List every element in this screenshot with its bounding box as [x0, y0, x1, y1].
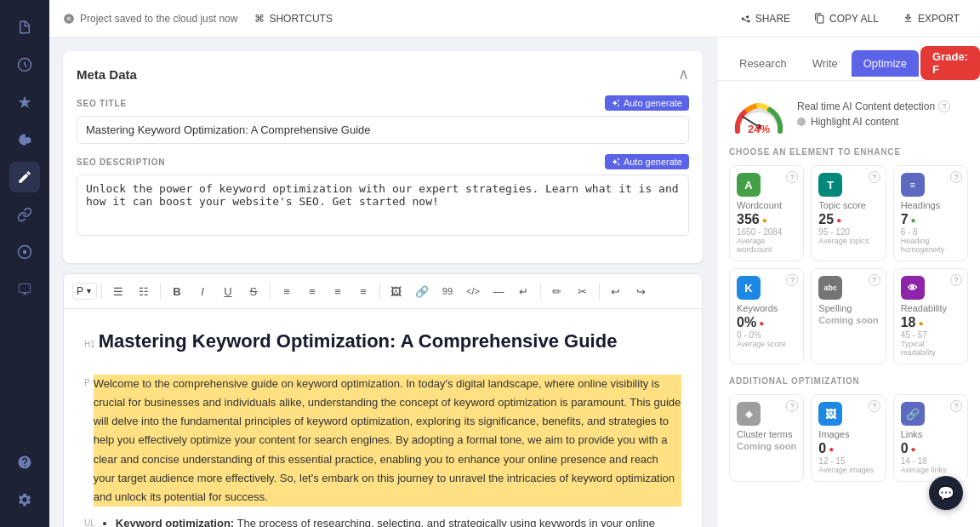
seo-title-input[interactable] [77, 116, 689, 144]
metrics-grid: ? A Wordcount 356 ● 1650 - 2084 Average … [729, 165, 968, 364]
align-right-button[interactable]: ≡ [326, 279, 350, 303]
svg-point-1 [23, 250, 27, 255]
save-status: Project saved to the cloud just now [80, 13, 237, 25]
connect-icon[interactable] [9, 237, 40, 267]
keywords-help-icon[interactable]: ? [786, 274, 798, 286]
metric-links[interactable]: ? 🔗 Links 0 ● 14 - 18 Average links [893, 394, 968, 482]
metric-cluster-terms[interactable]: ? ◈ Cluster terms Coming soon [729, 394, 804, 482]
links-icon: 🔗 [901, 402, 925, 426]
code-button[interactable]: </> [461, 279, 485, 303]
p-badge: P [84, 376, 90, 390]
seo-title-label-row: SEO TITLE Auto generate [77, 95, 689, 111]
align-justify-button[interactable]: ≡ [351, 279, 375, 303]
toolbar-sep-2 [160, 283, 161, 300]
ai-gauge: 24% [729, 93, 789, 135]
image-insert-button[interactable]: 🖼 [385, 279, 408, 303]
hr-button[interactable]: — [487, 279, 510, 303]
monitor-icon[interactable] [9, 274, 40, 305]
ai-help-icon[interactable]: ? [938, 100, 950, 112]
highlight-row: Highlight AI content [797, 116, 968, 128]
metric-readability[interactable]: ? 👁 Readability 18 ● 45 - 57 Typical rea… [893, 268, 968, 364]
metric-topic-score[interactable]: ? T Topic score 25 ● 95 - 120 Average to… [811, 165, 886, 261]
meta-data-title: Meta Data [77, 67, 137, 82]
settings-icon[interactable] [9, 484, 40, 515]
readability-help-icon[interactable]: ? [950, 274, 962, 286]
sidebar [0, 0, 49, 527]
additional-grid: ? ◈ Cluster terms Coming soon ? 🖼 Images… [729, 394, 968, 482]
spelling-help-icon[interactable]: ? [869, 274, 880, 286]
cluster-help-icon[interactable]: ? [786, 400, 798, 412]
underline-button[interactable]: U [216, 279, 240, 303]
grade-badge[interactable]: Grade: F [920, 46, 980, 80]
headings-help-icon[interactable]: ? [950, 171, 962, 183]
bold-button[interactable]: B [165, 279, 189, 303]
magic-icon[interactable] [9, 87, 40, 117]
shortcuts-button[interactable]: ⌘ SHORTCUTS [248, 9, 339, 28]
collapse-button[interactable]: ∧ [678, 65, 689, 83]
keywords-icon: K [737, 276, 761, 300]
link-insert-button[interactable]: 🔗 [410, 279, 434, 303]
tab-optimize[interactable]: Optimize [852, 50, 919, 77]
palette-icon[interactable] [9, 124, 40, 155]
ai-info: Real time AI Content detection ? Highlig… [797, 100, 968, 128]
undo-button[interactable]: ↩ [604, 279, 628, 303]
erase-button[interactable]: ✂ [571, 279, 595, 303]
redo-button[interactable]: ↪ [630, 279, 653, 303]
align-left-button[interactable]: ≡ [275, 279, 299, 303]
images-icon: 🖼 [818, 402, 842, 426]
strikethrough-button[interactable]: S [242, 279, 265, 303]
shortcuts-icon: ⌘ [254, 13, 265, 25]
line-break-button[interactable]: ↵ [512, 279, 536, 303]
share-button[interactable]: SHARE [733, 9, 797, 28]
editor-toolbar: P ▼ ☰ ☷ B I U S ≡ ≡ ≡ ≡ [63, 273, 703, 309]
toolbar-sep-1 [101, 283, 102, 300]
headings-icon: ≡ [901, 173, 925, 197]
pen-button[interactable]: ✏ [545, 279, 569, 303]
document-heading: Mastering Keyword Optimization: A Compre… [99, 326, 618, 356]
align-center-button[interactable]: ≡ [300, 279, 324, 303]
toolbar-sep-4 [379, 283, 380, 300]
tab-write[interactable]: Write [801, 50, 850, 77]
tab-research[interactable]: Research [727, 50, 799, 77]
topbar: Project saved to the cloud just now ⌘ SH… [49, 0, 980, 37]
seo-desc-autogenerate-button[interactable]: Auto generate [605, 154, 689, 169]
help-icon[interactable] [9, 447, 40, 478]
intro-paragraph: Welcome to the comprehensive guide on ke… [94, 375, 681, 507]
meta-data-card: Meta Data ∧ SEO TITLE Auto generate SEO … [63, 51, 703, 263]
bullet-list-button[interactable]: ☰ [106, 279, 130, 303]
topic-icon: T [818, 173, 842, 197]
seo-description-input[interactable]: Unlock the power of keyword optimization… [77, 175, 689, 236]
numbered-list-button[interactable]: ☷ [132, 279, 156, 303]
content-list: Keyword optimization: The process of res… [99, 515, 681, 527]
images-help-icon[interactable]: ? [869, 400, 880, 412]
h1-badge: H1 [84, 338, 95, 352]
panel-content: 24% Real time AI Content detection ? Hig… [717, 81, 980, 494]
word-count-button[interactable]: 99 [436, 279, 459, 303]
edit-icon[interactable] [9, 162, 40, 192]
metric-images[interactable]: ? 🖼 Images 0 ● 12 - 15 Average images [811, 394, 886, 482]
wordcount-icon: A [737, 173, 761, 197]
metric-keywords[interactable]: ? K Keywords 0% ● 0 - 0% Average score [729, 268, 804, 364]
topic-help-icon[interactable]: ? [869, 171, 880, 183]
chart-icon[interactable] [9, 49, 40, 80]
toolbar-sep-3 [270, 283, 271, 300]
export-button[interactable]: EXPORT [896, 9, 966, 28]
seo-title-autogenerate-button[interactable]: Auto generate [605, 95, 689, 111]
metric-spelling[interactable]: ? abc Spelling Coming soon [811, 268, 886, 364]
choose-section-title: CHOOSE AN ELEMENT TO ENHANCE [729, 147, 968, 157]
seo-desc-label-row: SEO DESCRIPTION Auto generate [77, 154, 689, 169]
links-help-icon[interactable]: ? [950, 400, 962, 412]
document-icon[interactable] [9, 12, 40, 43]
paragraph-style-select[interactable]: P ▼ [72, 283, 97, 300]
metric-wordcount[interactable]: ? A Wordcount 356 ● 1650 - 2084 Average … [729, 165, 804, 261]
metric-headings[interactable]: ? ≡ Headings 7 ● 6 - 8 Heading homogenei… [893, 165, 968, 261]
document-content[interactable]: H1 Mastering Keyword Optimization: A Com… [63, 309, 703, 527]
panel-tabs: Research Write Optimize Grade: F [717, 37, 980, 81]
chat-bubble[interactable]: 💬 [929, 476, 963, 510]
ul-badge: UL [84, 517, 95, 527]
italic-button[interactable]: I [191, 279, 214, 303]
link-icon[interactable] [9, 199, 40, 230]
wordcount-help-icon[interactable]: ? [786, 171, 798, 183]
copy-all-button[interactable]: COPY ALL [807, 9, 886, 28]
editor-wrapper: P ▼ ☰ ☷ B I U S ≡ ≡ ≡ ≡ [63, 273, 703, 527]
